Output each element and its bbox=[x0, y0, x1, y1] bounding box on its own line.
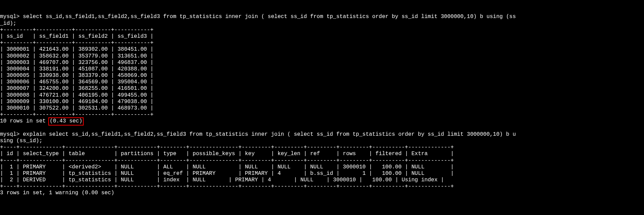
cell: PRIMARY bbox=[235, 177, 258, 183]
table-border: +---------+-----------+-----------+-----… bbox=[0, 112, 153, 118]
cell: 380451.00 bbox=[118, 46, 147, 52]
cell: NULL bbox=[121, 177, 134, 183]
cell: 3000002 bbox=[6, 53, 29, 59]
sql-query: select ss_id,ss_field1,ss_field2,ss_fiel… bbox=[23, 14, 516, 20]
cell: 3000007 bbox=[6, 85, 29, 92]
col-header: key bbox=[245, 151, 255, 157]
cell: 395004.00 bbox=[118, 79, 147, 85]
col-header: ss_field2 bbox=[78, 33, 107, 39]
cell: <derived2> bbox=[69, 164, 101, 170]
cell: 421643.00 bbox=[39, 46, 68, 52]
terminal[interactable]: mysql> select ss_id,ss_field1,ss_field2,… bbox=[0, 13, 644, 198]
col-header: rows bbox=[343, 151, 356, 157]
table-border: +---------+-----------+-----------+-----… bbox=[0, 40, 153, 46]
col-header: id bbox=[6, 151, 13, 157]
cell: 4 bbox=[268, 177, 271, 183]
cell: NULL bbox=[245, 164, 258, 170]
col-header: key_len bbox=[277, 151, 300, 157]
cell: NULL bbox=[310, 164, 323, 170]
cell: 458069.00 bbox=[118, 72, 147, 79]
cell: 3000010 bbox=[343, 164, 366, 170]
cell: 389302.00 bbox=[78, 46, 107, 52]
cell: 476721.00 bbox=[39, 92, 68, 98]
cell: 4 bbox=[277, 170, 281, 177]
cell: 469104.00 bbox=[78, 99, 107, 105]
cell: eq_ref bbox=[163, 170, 183, 177]
cell: 302531.00 bbox=[78, 105, 107, 111]
table-border: +----+-------------+---------------+----… bbox=[0, 158, 454, 164]
cell: NULL bbox=[411, 164, 424, 170]
cell: 469707.00 bbox=[39, 60, 68, 66]
cell: 1 bbox=[10, 164, 13, 170]
cell: tp_statistics bbox=[69, 170, 111, 177]
cell: 313651.00 bbox=[118, 53, 147, 59]
cell: 3000001 bbox=[6, 46, 29, 52]
col-header: ref bbox=[310, 151, 320, 157]
cell: 2 bbox=[10, 177, 13, 183]
cell: 499455.00 bbox=[118, 92, 147, 98]
table-border: +---------+-----------+-----------+-----… bbox=[0, 27, 153, 33]
cell: 3000004 bbox=[6, 66, 29, 72]
rows-summary: 3 rows in set, 1 warning (0.00 sec) bbox=[0, 190, 114, 196]
cell: Using index bbox=[402, 177, 438, 183]
cell: 324200.00 bbox=[39, 85, 68, 92]
cell: NULL bbox=[121, 170, 134, 177]
cell: NULL bbox=[193, 177, 206, 183]
cell: 330100.00 bbox=[39, 99, 68, 105]
cell: 3000005 bbox=[6, 72, 29, 79]
cell: PRIMARY bbox=[193, 170, 216, 177]
cell: tp_statistics bbox=[69, 177, 111, 183]
cell: 496837.00 bbox=[118, 60, 147, 66]
cell: 307522.00 bbox=[39, 105, 68, 111]
col-header: select_type bbox=[23, 151, 59, 157]
col-header: possible_keys bbox=[193, 151, 235, 157]
cell: 468973.00 bbox=[118, 105, 147, 111]
cell: PRIMARY bbox=[23, 170, 46, 177]
cell: 338191.00 bbox=[39, 66, 68, 72]
cell: 364569.00 bbox=[78, 79, 107, 85]
table-border: +----+-------------+---------------+----… bbox=[0, 144, 454, 150]
cell: 3000009 bbox=[6, 99, 29, 105]
col-header: type bbox=[163, 151, 176, 157]
cell: 100.00 bbox=[372, 177, 392, 183]
cell: 1 bbox=[10, 170, 13, 177]
cell: 353779.00 bbox=[78, 53, 107, 59]
col-header: ss_field1 bbox=[39, 33, 68, 39]
cell: NULL bbox=[277, 164, 290, 170]
timing-highlight: (0.43 sec) bbox=[48, 117, 84, 125]
cell: ALL bbox=[163, 164, 173, 170]
sql-query: explain select ss_id,ss_field1,ss_field2… bbox=[23, 131, 516, 137]
cell: NULL bbox=[121, 164, 134, 170]
cell: 406195.00 bbox=[78, 92, 107, 98]
cell: 420388.00 bbox=[118, 66, 147, 72]
prompt: mysql> bbox=[0, 14, 20, 20]
cell: 3000006 bbox=[6, 79, 29, 85]
cell: 3000003 bbox=[6, 60, 29, 66]
cell: 100.00 bbox=[382, 164, 402, 170]
cell: 330938.00 bbox=[39, 72, 68, 79]
sql-query-line2: sing (ss_id); bbox=[0, 138, 43, 144]
cell: index bbox=[163, 177, 180, 183]
cell: 368255.00 bbox=[78, 85, 107, 92]
cell: 358632.00 bbox=[39, 53, 68, 59]
col-header: ss_id bbox=[6, 33, 23, 39]
cell: 100.00 bbox=[382, 170, 402, 177]
prompt: mysql> bbox=[0, 131, 20, 137]
col-header: filtered bbox=[375, 151, 402, 157]
cell: 451087.00 bbox=[78, 66, 107, 72]
rows-summary: 10 rows in set bbox=[0, 118, 46, 124]
cell: PRIMARY bbox=[245, 170, 268, 177]
cell: 465755.00 bbox=[39, 79, 68, 85]
cell: 3000008 bbox=[6, 92, 29, 98]
cell: 1 bbox=[362, 170, 366, 177]
cell: 416501.00 bbox=[118, 85, 147, 92]
cell: 323756.00 bbox=[78, 60, 107, 66]
cell: PRIMARY bbox=[23, 164, 46, 170]
cell: 479038.00 bbox=[118, 99, 147, 105]
cell: DERIVED bbox=[23, 177, 46, 183]
col-header: partitions bbox=[121, 151, 153, 157]
cell: NULL bbox=[193, 164, 206, 170]
cell: NULL bbox=[300, 177, 313, 183]
col-header: ss_field3 bbox=[118, 33, 147, 39]
table-border: +----+-------------+---------------+----… bbox=[0, 183, 454, 189]
